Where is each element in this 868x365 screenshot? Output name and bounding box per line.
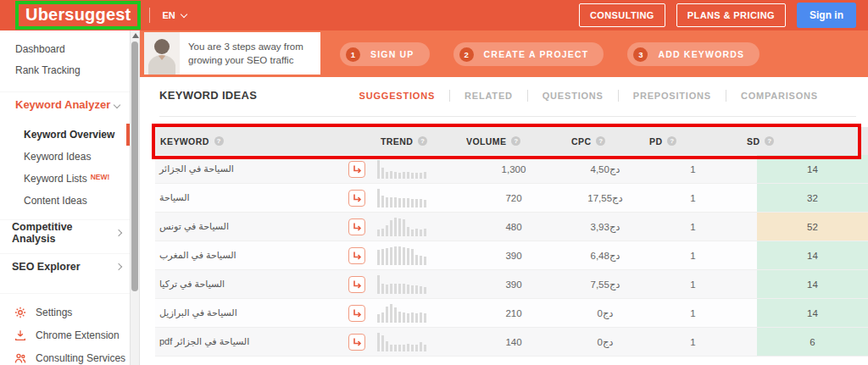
tab-comparisons[interactable]: COMPARISONS [726,90,832,102]
trend-cell [376,155,461,183]
navbar-actions: CONSULTING PLANS & PRICING Sign in [579,3,856,28]
sidebar-item-keyword-overview[interactable]: Keyword Overview [0,124,130,146]
sidebar-item-keyword-analyzer[interactable]: Keyword Analyzer [0,91,130,117]
sd-cell: 32 [742,184,868,212]
cpc-cell: 17,55دج [566,184,644,212]
open-keyword-button[interactable] [348,247,365,264]
spark-bar [424,172,426,179]
spark-bar [411,249,414,265]
cpc-cell: 0دج [566,299,644,327]
table-header-row: KEYWORD?TREND?VOLUME?CPC?PD?SD? [155,127,868,155]
sidebar-item-content-ideas[interactable]: Content Ideas [0,190,130,212]
signin-button[interactable]: Sign in [797,3,856,28]
step-number-badge: 1 [346,47,360,62]
column-header-pd: PD? [644,127,742,155]
spark-bar [381,284,384,294]
sidebar-item-settings[interactable]: Settings [0,301,130,324]
sidebar-item-chrome-extension[interactable]: Chrome Extension [0,324,130,346]
sidebar-scrollbar[interactable] [130,30,140,365]
sidebar-item-dashboard[interactable]: Dashboard [0,38,130,59]
spark-bar [411,173,414,179]
consulting-button[interactable]: CONSULTING [579,3,665,27]
cpc-cell: 3,93دج [566,213,644,241]
spark-bar [424,287,426,294]
step-label: SIGN UP [370,49,415,59]
sidebar-item-competitive-analysis[interactable]: Competitive Analysis [0,219,130,246]
sidebar-item-consulting-services[interactable]: Consulting Services [0,346,130,365]
pd-cell: 1 [644,328,742,356]
open-keyword-button[interactable] [348,161,365,178]
spark-bar [415,255,418,265]
step-number-badge: 3 [633,47,648,62]
spark-bar [424,313,426,323]
pd-cell: 1 [644,241,742,269]
column-header-volume: VOLUME? [461,127,566,155]
language-dropdown[interactable]: EN [162,10,186,20]
chevron-right-icon [115,263,122,270]
scrollbar-thumb[interactable] [131,41,138,291]
step-label: ADD KEYWORDS [658,49,744,59]
sd-score-badge: 14 [757,241,868,269]
tab-questions[interactable]: QUESTIONS [527,90,618,102]
column-header-trend: TREND? [376,127,461,155]
table-row: السياحة في الجزائر pdf1400دج16 [155,328,868,357]
table-row: السياحة في المغرب3906,48دج114 [155,241,868,270]
tab-related[interactable]: RELATED [449,90,527,102]
help-icon[interactable]: ? [667,136,676,146]
ubersuggest-logo[interactable]: Ubersuggest [25,5,131,24]
help-icon[interactable]: ? [214,136,224,146]
sidebar-item-label: SEO Explorer [12,261,81,273]
open-keyword-button[interactable] [348,334,365,351]
table-row: السياحة في الجزائر1,3004,50دج114 [155,155,868,184]
keyword-text: السياحة في الجزائر [159,163,234,174]
open-keyword-button[interactable] [348,190,365,207]
spark-bar [407,227,409,236]
keyword-ideas-table: KEYWORD?TREND?VOLUME?CPC?PD?SD? السياحة … [155,127,868,357]
sidebar-item-rank-tracking[interactable]: Rank Tracking [0,59,130,80]
keyword-cell: السياحة في تركيا [155,270,376,298]
tab-prepositions[interactable]: PREPOSITIONS [618,90,726,102]
pd-cell: 1 [644,299,742,327]
spark-bar [411,285,414,294]
sidebar-item-seo-explorer[interactable]: SEO Explorer [0,253,130,279]
column-label: SD [747,136,760,147]
spark-bar [394,218,397,236]
spark-bar [420,173,422,179]
sidebar-item-keyword-lists[interactable]: Keyword ListsNEW! [0,168,130,190]
sidebar-item-label: Competitive Analysis [12,221,116,245]
spark-bar [394,284,397,294]
tab-suggestions[interactable]: SUGGESTIONS [345,90,449,102]
avatar [144,32,180,75]
step-button-add-keywords[interactable]: 3ADD KEYWORDS [627,42,760,66]
spark-bar [377,314,380,323]
spark-bar [381,168,384,179]
help-icon[interactable]: ? [418,136,427,146]
spark-bar [415,199,418,207]
help-icon[interactable]: ? [596,136,605,146]
open-keyword-button[interactable] [348,276,365,293]
spark-bar [390,197,392,207]
people-icon [14,351,27,365]
open-keyword-button[interactable] [348,305,365,322]
pd-cell: 1 [644,155,742,183]
spark-bar [420,286,422,294]
volume-cell: 390 [461,241,566,269]
sidebar-item-label: Keyword Lists [24,173,87,185]
spark-bar [407,313,409,323]
help-icon[interactable]: ? [765,136,774,146]
scroll-up-arrow[interactable] [132,33,139,38]
chevron-right-icon [115,230,122,236]
step-button-create-a-project[interactable]: 2CREATE A PROJECT [453,42,604,66]
spark-bar [424,345,426,351]
spark-bar [398,284,401,294]
keyword-analyzer-label: Keyword Analyzer [15,98,110,111]
navbar-divider [149,8,150,23]
help-icon[interactable]: ? [511,136,520,146]
sidebar-item-keyword-ideas[interactable]: Keyword Ideas [0,146,130,168]
spark-bar [403,312,405,323]
column-header-sd: SD? [742,127,868,155]
spark-bar [390,247,392,265]
plans-pricing-button[interactable]: PLANS & PRICING [676,3,786,27]
step-button-sign-up[interactable]: 1SIGN UP [340,42,430,66]
open-keyword-button[interactable] [348,218,365,235]
